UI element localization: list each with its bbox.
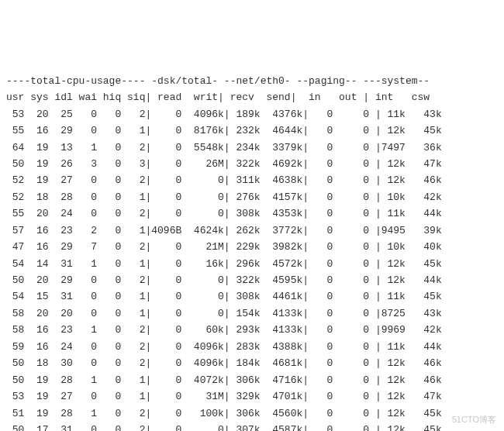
terminal-output: ----total-cpu-usage---- -dsk/total- --ne…	[6, 73, 498, 431]
watermark: 51CTO博客	[452, 412, 496, 426]
